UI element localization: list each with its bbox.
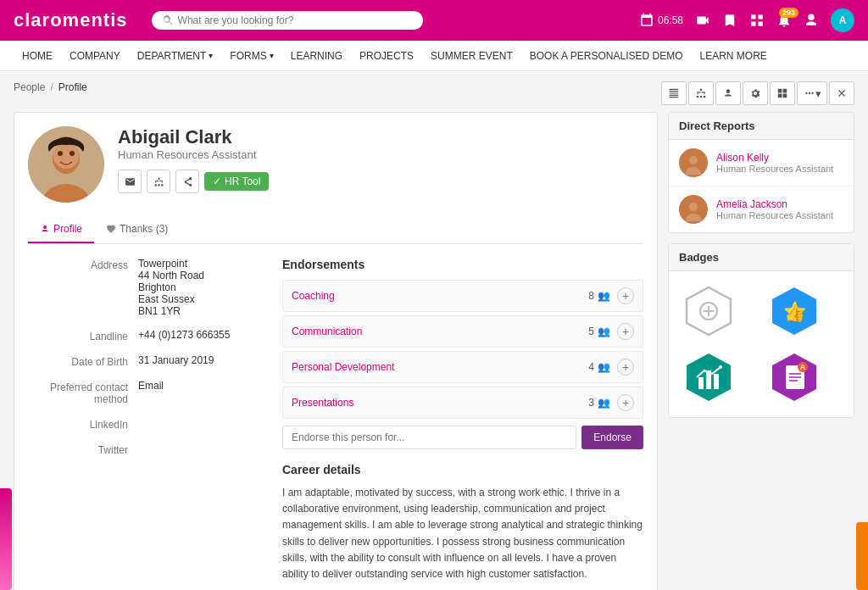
direct-report-alison[interactable]: Alison Kelly Human Resources Assistant — [669, 140, 854, 186]
bookmark-icon-wrap[interactable] — [722, 13, 737, 28]
main-layout: Abigail Clark Human Resources Assistant — [14, 112, 854, 590]
profile-avatar — [28, 126, 104, 203]
endorsement-coaching-add[interactable]: + — [617, 287, 634, 304]
endorse-input[interactable] — [282, 426, 576, 449]
landline-row: Landline +44 (0)1273 666355 — [28, 329, 248, 342]
dob-row: Date of Birth 31 January 2019 — [28, 354, 248, 368]
share-action-btn[interactable] — [175, 170, 199, 193]
profile-name: Abigail Clark — [118, 126, 269, 148]
profile-tabs: Profile Thanks (3) — [28, 216, 643, 244]
main-navigation: HOME COMPANY DEPARTMENT FORMS LEARNING P… — [0, 41, 868, 71]
direct-reports-panel: Direct Reports Alison Kelly Human Resour… — [668, 112, 854, 233]
right-accent-decoration — [856, 522, 868, 590]
endorsement-presentations-count: 3 👥 — [588, 397, 610, 409]
breadcrumb-separator: / — [50, 81, 53, 93]
thanks-tab-icon — [106, 224, 116, 234]
landline-label: Landline — [28, 329, 138, 342]
notification-bell-wrap[interactable]: 293 — [776, 13, 792, 28]
dr-amelia-info: Amelia Jackson Human Resources Assistant — [716, 198, 833, 220]
dr-alison-info: Alison Kelly Human Resources Assistant — [716, 152, 833, 174]
endorsement-presentations-name[interactable]: Presentations — [292, 397, 581, 409]
endorsement-coaching-name[interactable]: Coaching — [292, 290, 581, 302]
badge-star-hex: ⭐ 👍 — [767, 284, 821, 338]
contact-row: Preferred contact method Email — [28, 380, 248, 405]
endorsement-coaching-count: 8 👥 — [588, 290, 610, 302]
badges-grid: ⭐ 👍 — [669, 271, 854, 417]
notification-count: 293 — [779, 8, 798, 18]
calendar-icon-wrap[interactable]: 06:58 — [639, 13, 683, 28]
tab-profile[interactable]: Profile — [28, 216, 94, 243]
toolbar-user-icon[interactable] — [715, 81, 741, 105]
breadcrumb: People / Profile — [14, 81, 87, 93]
endorsement-communication-name[interactable]: Communication — [292, 326, 581, 337]
hr-tool-button[interactable]: ✓ HR Tool — [204, 172, 269, 191]
toolbar-close-icon[interactable] — [829, 81, 854, 105]
endorsements-title: Endorsements — [282, 258, 643, 271]
profile-job-title: Human Resources Assistant — [118, 148, 269, 161]
direct-report-amelia[interactable]: Amelia Jackson Human Resources Assistant — [669, 186, 854, 232]
nav-forms[interactable]: FORMS — [221, 41, 281, 71]
user-avatar[interactable]: A — [831, 8, 854, 32]
breadcrumb-current: Profile — [58, 81, 87, 93]
search-icon — [162, 14, 173, 26]
badge-doc: A — [765, 348, 824, 407]
svg-point-4 — [58, 151, 63, 156]
endorsement-personal-dev-add[interactable]: + — [617, 359, 634, 376]
grid-icon — [749, 13, 765, 28]
time-display: 06:58 — [658, 14, 683, 26]
toolbar-more-icon[interactable]: ▾ — [797, 81, 827, 105]
contact-label: Preferred contact method — [28, 380, 138, 405]
endorsement-communication-add[interactable]: + — [617, 323, 634, 340]
svg-text:👍: 👍 — [784, 303, 805, 323]
svg-point-7 — [689, 156, 698, 164]
dr-alison-name: Alison Kelly — [716, 152, 833, 164]
nav-demo[interactable]: BOOK A PERSONALISED DEMO — [521, 41, 692, 71]
bookmark-icon — [722, 13, 737, 28]
tab-thanks[interactable]: Thanks (3) — [94, 216, 180, 243]
breadcrumb-people[interactable]: People — [14, 81, 45, 93]
nav-department[interactable]: DEPARTMENT — [129, 41, 222, 71]
top-navigation: claromentis 06:58 293 A — [0, 0, 868, 41]
nav-learning[interactable]: LEARNING — [282, 41, 351, 71]
org-action-btn[interactable] — [147, 170, 170, 193]
search-input[interactable] — [178, 14, 413, 26]
calendar-icon — [639, 13, 654, 28]
video-icon-wrap[interactable] — [695, 13, 710, 28]
details-left: Address Towerpoint44 North RoadBrightonE… — [28, 258, 248, 582]
toolbar-table-icon[interactable] — [661, 81, 687, 105]
top-nav-icons: 06:58 293 A — [639, 8, 854, 32]
toolbar-settings-icon[interactable] — [743, 81, 768, 105]
endorsement-communication: Communication 5 👥 + — [282, 315, 643, 348]
career-title: Career details — [282, 463, 643, 476]
toolbar-org-icon[interactable] — [688, 81, 714, 105]
search-bar[interactable] — [152, 11, 423, 30]
badges-header: Badges — [669, 244, 854, 271]
grid-icon-wrap[interactable] — [749, 13, 765, 28]
nav-home[interactable]: HOME — [14, 41, 61, 71]
dr-amelia-avatar — [679, 195, 708, 224]
endorsement-personal-dev-name[interactable]: Personal Development — [292, 361, 581, 373]
endorsement-personal-dev-count: 4 👥 — [588, 361, 610, 373]
nav-summer-event[interactable]: SUMMER EVENT — [422, 41, 521, 71]
profile-tab-icon — [40, 224, 50, 234]
page-content: People / Profile ▾ — [0, 71, 868, 590]
toolbar-grid2-icon[interactable] — [770, 81, 795, 105]
brand-logo[interactable]: claromentis — [14, 9, 128, 31]
svg-point-10 — [689, 203, 698, 211]
address-label: Address — [28, 258, 138, 271]
svg-point-23 — [719, 365, 722, 369]
nav-learn-more[interactable]: LEARN MORE — [692, 41, 776, 71]
nav-projects[interactable]: PROJECTS — [351, 41, 422, 71]
user-icon-wrap[interactable] — [804, 13, 819, 28]
dob-value: 31 January 2019 — [138, 354, 214, 366]
address-row: Address Towerpoint44 North RoadBrightonE… — [28, 258, 248, 317]
email-action-btn[interactable] — [118, 170, 142, 193]
profile-actions: ✓ HR Tool — [118, 170, 269, 193]
landline-value: +44 (0)1273 666355 — [138, 329, 230, 341]
nav-company[interactable]: COMPANY — [61, 41, 129, 71]
linkedin-label: LinkedIn — [28, 417, 138, 431]
badges-panel: Badges ⭐ — [668, 243, 854, 418]
endorsement-presentations-add[interactable]: + — [617, 394, 634, 411]
endorse-button[interactable]: Endorse — [581, 426, 643, 449]
endorsement-presentations: Presentations 3 👥 + — [282, 387, 643, 419]
